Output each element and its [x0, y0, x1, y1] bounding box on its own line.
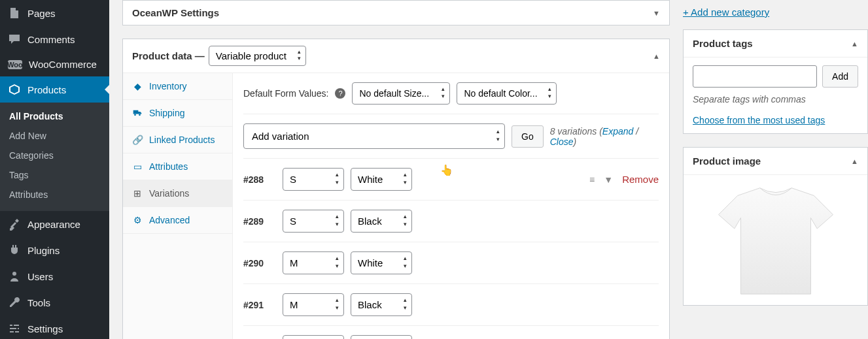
submenu-tags[interactable]: Tags — [0, 165, 109, 185]
add-variation-row: Add variation Go 8 variations (Expand / … — [243, 114, 659, 158]
variation-color-select[interactable]: Black — [351, 210, 412, 233]
sidebar-item-label: Settings — [27, 323, 63, 334]
variation-id: #289 — [243, 216, 276, 227]
sidebar-item-appearance[interactable]: Appearance — [0, 211, 109, 237]
variation-row[interactable]: #288 S White ≡ ▼ Remove — [243, 158, 659, 200]
variation-row[interactable]: #291 M Black — [243, 283, 659, 325]
submenu-add-new[interactable]: Add New — [0, 126, 109, 146]
add-variation-select[interactable]: Add variation — [243, 123, 505, 149]
variation-size-select[interactable]: S — [283, 168, 344, 191]
tab-label: Shipping — [149, 108, 185, 118]
sidebar-item-label: WooCommerce — [29, 59, 97, 70]
variation-size-select[interactable]: M — [283, 251, 344, 274]
variations-count-info: 8 variations (Expand / Close) — [550, 126, 659, 147]
variation-id: #291 — [243, 300, 276, 310]
chevron-up-icon: ▲ — [851, 40, 858, 48]
sidebar-item-label: Appearance — [27, 219, 80, 230]
tab-label: Attributes — [149, 161, 188, 172]
sidebar-item-plugins[interactable]: Plugins — [0, 237, 109, 263]
tab-inventory[interactable]: ◆ Inventory — [123, 73, 232, 100]
tab-label: Linked Products — [149, 135, 215, 145]
product-image-header[interactable]: Product image ▲ — [684, 148, 867, 175]
sidebar-item-label: Plugins — [27, 245, 60, 256]
variation-size-select[interactable]: M — [283, 293, 344, 316]
advanced-icon: ⚙ — [132, 215, 143, 225]
drag-handle-icon[interactable]: ≡ — [589, 174, 595, 185]
add-new-category-link[interactable]: + Add new category — [683, 7, 769, 18]
variation-color-select[interactable]: White — [351, 168, 412, 191]
variation-size-select[interactable]: S — [283, 210, 344, 233]
chevron-up-icon[interactable]: ▲ — [653, 52, 660, 60]
comments-icon — [8, 33, 21, 46]
add-tag-button[interactable]: Add — [822, 65, 858, 88]
tab-shipping[interactable]: Shipping — [123, 100, 232, 127]
variation-color-select[interactable]: Black — [351, 293, 412, 316]
tab-variations[interactable]: ⊞ Variations — [123, 180, 232, 207]
tab-linked-products[interactable]: 🔗 Linked Products — [123, 127, 232, 153]
pages-icon — [8, 7, 21, 20]
product-tags-header[interactable]: Product tags ▲ — [684, 30, 867, 57]
product-image-title: Product image — [693, 155, 761, 167]
product-image-box: Product image ▲ — [683, 147, 868, 306]
sidebar-item-label: Tools — [27, 297, 50, 308]
variation-row[interactable]: #290 M White — [243, 242, 659, 283]
link-icon: 🔗 — [132, 135, 143, 145]
variation-row[interactable]: #292 L White — [243, 325, 659, 339]
woocommerce-icon: Woo — [8, 60, 22, 69]
svg-point-2 — [139, 114, 141, 116]
sidebar-item-comments[interactable]: Comments — [0, 26, 109, 52]
variation-id: #288 — [243, 174, 276, 185]
submenu-categories[interactable]: Categories — [0, 146, 109, 165]
tab-attributes[interactable]: ▭ Attributes — [123, 153, 232, 180]
tab-advanced[interactable]: ⚙ Advanced — [123, 207, 232, 234]
sidebar-item-tools[interactable]: Tools — [0, 289, 109, 315]
sidebar-item-products[interactable]: Products — [0, 76, 109, 103]
tags-hint: Separate tags with commas — [693, 94, 858, 105]
product-data-title: Product data — — [132, 50, 205, 61]
variation-size-select[interactable]: L — [283, 335, 344, 339]
variation-list: #288 S White ≡ ▼ Remove #289 S Black #29… — [243, 158, 659, 339]
main-content: OceanWP Settings ▼ Product data — Variab… — [109, 0, 683, 339]
oceanwp-settings-header[interactable]: OceanWP Settings ▼ — [123, 1, 669, 25]
product-image-thumbnail[interactable] — [701, 183, 851, 297]
side-column: + Add new category Product tags ▲ Add Se… — [683, 0, 868, 339]
remove-variation-link[interactable]: Remove — [622, 174, 659, 185]
variation-row[interactable]: #289 S Black — [243, 200, 659, 242]
plugins-icon — [8, 244, 21, 257]
variation-color-select[interactable]: White — [351, 251, 412, 274]
new-tag-input[interactable] — [693, 65, 817, 88]
sidebar-item-woocommerce[interactable]: Woo WooCommerce — [0, 52, 109, 76]
settings-icon — [8, 322, 21, 335]
submenu-attributes[interactable]: Attributes — [0, 185, 109, 204]
products-icon — [8, 83, 21, 96]
default-values-label: Default Form Values: — [243, 88, 328, 99]
sidebar-item-pages[interactable]: Pages — [0, 0, 109, 26]
users-icon — [8, 270, 21, 283]
sidebar-item-label: Users — [27, 271, 53, 282]
admin-sidebar: Pages Comments Woo WooCommerce Products … — [0, 0, 109, 339]
product-tags-box: Product tags ▲ Add Separate tags with co… — [683, 29, 868, 134]
choose-tags-link[interactable]: Choose from the most used tags — [693, 115, 825, 125]
tools-icon — [8, 296, 21, 309]
appearance-icon — [8, 218, 21, 231]
help-icon[interactable]: ? — [335, 88, 345, 99]
product-data-header: Product data — Variable product ▲ — [123, 39, 669, 73]
go-button[interactable]: Go — [512, 125, 544, 148]
default-size-select[interactable]: No default Size... — [352, 82, 450, 105]
default-color-select[interactable]: No default Color... — [457, 82, 557, 105]
sidebar-item-users[interactable]: Users — [0, 263, 109, 289]
product-data-tabs: ◆ Inventory Shipping 🔗 Linked Products ▭… — [123, 73, 233, 339]
close-link[interactable]: Close — [550, 137, 574, 147]
attributes-icon: ▭ — [132, 161, 143, 172]
svg-point-1 — [134, 114, 136, 116]
sidebar-item-settings[interactable]: Settings — [0, 315, 109, 339]
svg-point-0 — [12, 272, 16, 276]
oceanwp-settings-box: OceanWP Settings ▼ — [122, 0, 670, 25]
expand-link[interactable]: Expand — [602, 126, 633, 137]
inventory-icon: ◆ — [132, 81, 143, 91]
expand-variation-icon[interactable]: ▼ — [604, 174, 613, 185]
sidebar-item-label: Comments — [27, 34, 75, 45]
product-type-select[interactable]: Variable product — [209, 46, 306, 66]
variation-color-select[interactable]: White — [351, 335, 412, 339]
submenu-all-products[interactable]: All Products — [0, 106, 109, 126]
